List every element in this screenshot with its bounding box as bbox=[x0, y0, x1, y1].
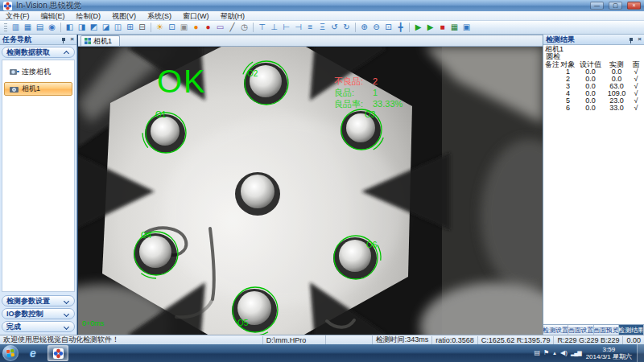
undo-icon[interactable]: ↺ bbox=[328, 22, 341, 33]
menu-item[interactable]: 绘制(D) bbox=[71, 11, 107, 21]
measure-icon[interactable]: ≡ bbox=[304, 22, 316, 33]
desktop: In-Vision 思锐视觉 — ▢ × 文件(F)编辑(E)绘制(D)视图(V… bbox=[0, 0, 644, 362]
marker-label: O4 bbox=[141, 231, 152, 240]
taskbar-ie-button[interactable]: e bbox=[23, 345, 43, 361]
start-run-icon[interactable]: ● bbox=[190, 22, 202, 33]
actual-size-icon[interactable]: ⊡ bbox=[382, 22, 394, 33]
clock-icon[interactable]: ◷ bbox=[238, 22, 250, 33]
draw-tool-icon[interactable]: ╱ bbox=[226, 22, 238, 33]
save-project-icon[interactable]: ▤ bbox=[34, 22, 46, 33]
chevron-down-icon bbox=[64, 298, 69, 303]
close-button[interactable]: × bbox=[627, 2, 641, 10]
group-data-acquisition[interactable]: 检测数据获取 bbox=[2, 47, 75, 58]
layout-4-icon[interactable]: ◪ bbox=[100, 22, 112, 33]
status-bar: 欢迎使用思锐视觉自动化检测软件！ D:\mm.HPro 检测时间:343msra… bbox=[0, 335, 644, 344]
display-monitor-icon[interactable]: ▣ bbox=[460, 22, 473, 33]
window-split-icon[interactable]: ⊟ bbox=[136, 22, 148, 33]
toolbar-grip[interactable] bbox=[4, 23, 7, 32]
menu-item[interactable]: 帮助(H) bbox=[215, 11, 251, 21]
menu-item[interactable]: 文件(F) bbox=[0, 11, 35, 21]
align-top-icon[interactable]: ⊤ bbox=[256, 22, 268, 33]
stop-run-icon[interactable]: ● bbox=[202, 22, 214, 33]
zoom-in-icon[interactable]: ⊕ bbox=[358, 22, 370, 33]
fit-view-icon[interactable]: ╋ bbox=[394, 22, 407, 33]
group-finish[interactable]: 完成 bbox=[2, 321, 75, 332]
volume-icon[interactable]: ◀) bbox=[560, 349, 568, 357]
monitor-icon[interactable]: ▭ bbox=[214, 22, 226, 33]
run-continuous-icon[interactable]: ▶ bbox=[424, 22, 436, 33]
layout-3-icon[interactable]: ◩ bbox=[88, 22, 100, 33]
minimize-button[interactable]: — bbox=[590, 2, 604, 10]
align-right-icon[interactable]: ⊣ bbox=[292, 22, 304, 33]
inspection-image-viewport[interactable]: O1 O2 O3 O4 O5 O6 OK 不良品: 2 良品: 1 bbox=[78, 47, 543, 335]
marker-label: O6 bbox=[366, 241, 378, 249]
run-once-icon[interactable]: ▶ bbox=[412, 22, 424, 33]
toolbar: ▥▦▤◉◧◨◩◪◫⊞⊟☀⊡▣●●▭╱◷⊤⊥⊢⊣≡Ξ↺↻⊕⊖⊡╋▶▶■▦▣ bbox=[0, 21, 644, 35]
tray-expand-icon[interactable]: ▲ bbox=[552, 349, 557, 357]
menu-item[interactable]: 视图(V) bbox=[106, 11, 142, 21]
light-source-icon[interactable]: ☀ bbox=[154, 22, 166, 33]
sidebar-item-connect-camera[interactable]: 连接相机 bbox=[2, 66, 74, 77]
toolbar-separator[interactable] bbox=[409, 23, 410, 32]
stat-ng-value: 2 bbox=[373, 76, 378, 86]
start-button[interactable] bbox=[2, 345, 19, 361]
panel-tab[interactable]: 画面预览 bbox=[594, 325, 619, 335]
image-grid-icon bbox=[85, 38, 91, 44]
table-row[interactable]: 4 0.0 109.0 √ bbox=[545, 90, 644, 97]
invision-app-icon bbox=[53, 348, 64, 359]
toolbar-separator[interactable] bbox=[151, 23, 151, 32]
layout-grid-icon[interactable]: ⊞ bbox=[124, 22, 136, 33]
panel-tab[interactable]: 检测结果 bbox=[619, 325, 644, 335]
menu-bar: 文件(F)编辑(E)绘制(D)视图(V)系统(S)窗口(W)帮助(H) bbox=[0, 11, 644, 21]
redo-icon[interactable]: ↻ bbox=[341, 22, 353, 33]
close-panel-icon[interactable]: × bbox=[70, 36, 74, 43]
layout-5-icon[interactable]: ◫ bbox=[112, 22, 124, 33]
zoom-out-icon[interactable]: ⊖ bbox=[370, 22, 382, 33]
stop-icon[interactable]: ■ bbox=[436, 22, 448, 33]
layout-2-icon[interactable]: ◨ bbox=[76, 22, 88, 33]
toolbar-separator[interactable] bbox=[60, 23, 61, 32]
sidebar-item-camera1[interactable]: 相机1 bbox=[4, 82, 72, 96]
tab-camera1[interactable]: 相机1 bbox=[80, 35, 120, 46]
menu-item[interactable]: 窗口(W) bbox=[177, 11, 215, 21]
layout-1-icon[interactable]: ◧ bbox=[64, 22, 76, 33]
pin-icon[interactable] bbox=[62, 38, 65, 41]
panel-tab[interactable]: 检测设置 bbox=[543, 325, 568, 335]
align-left-icon[interactable]: ⊢ bbox=[280, 22, 292, 33]
taskbar-clock[interactable]: 3:59 2014/3/1 星期六 bbox=[586, 346, 632, 360]
list-icon[interactable]: Ξ bbox=[316, 22, 328, 33]
align-bottom-icon[interactable]: ⊥ bbox=[268, 22, 280, 33]
show-desktop-button[interactable] bbox=[637, 344, 644, 362]
panel-tab[interactable]: 画面设置 bbox=[568, 325, 593, 335]
maximize-button[interactable]: ▢ bbox=[609, 2, 622, 10]
lock-icon[interactable]: ▣ bbox=[178, 22, 190, 33]
connect-device-icon[interactable]: ▥ bbox=[10, 22, 22, 33]
document-tab-bar: 相机1 bbox=[78, 35, 543, 47]
taskbar-invision-button[interactable] bbox=[47, 345, 68, 361]
menu-item[interactable]: 编辑(E) bbox=[35, 11, 71, 21]
user-icon[interactable]: ◉ bbox=[46, 22, 58, 33]
export-table-icon[interactable]: ▦ bbox=[448, 22, 460, 33]
flag-icon[interactable]: ⚑ bbox=[543, 349, 549, 357]
keyboard-icon[interactable]: ▤ bbox=[534, 349, 540, 357]
table-row[interactable]: 2 0.0 0.0 √ bbox=[545, 76, 644, 83]
close-panel-icon[interactable]: × bbox=[638, 36, 642, 43]
toolbar-separator[interactable] bbox=[253, 23, 254, 32]
toolbar-separator[interactable] bbox=[355, 23, 356, 32]
pin-icon[interactable] bbox=[630, 38, 633, 41]
table-row[interactable]: 5 0.0 23.0 √ bbox=[545, 97, 644, 105]
table-row[interactable]: 1 0.0 0.0 √ bbox=[545, 68, 644, 76]
group-io-params[interactable]: IO参数控制 bbox=[2, 308, 75, 319]
table-row[interactable]: 3 0.0 63.0 √ bbox=[545, 83, 644, 90]
screen-icon[interactable]: ⊡ bbox=[166, 22, 178, 33]
table-row[interactable]: 6 0.0 33.0 √ bbox=[545, 105, 644, 112]
status-segment: C:1625.62 R:1395.79 bbox=[477, 336, 554, 344]
stat-yield-value: 33.33% bbox=[373, 99, 403, 109]
menu-item[interactable]: 系统(S) bbox=[142, 11, 177, 21]
camera-icon bbox=[9, 85, 19, 93]
group-detection-params[interactable]: 检测参数设置 bbox=[2, 295, 75, 306]
project-file-path: D:\mm.HPro bbox=[262, 336, 325, 344]
network-icon[interactable]: ▂▄▆ bbox=[571, 349, 581, 357]
tree-node-circle[interactable]: 圆检 bbox=[545, 53, 644, 60]
add-device-icon[interactable]: ▦ bbox=[22, 22, 34, 33]
